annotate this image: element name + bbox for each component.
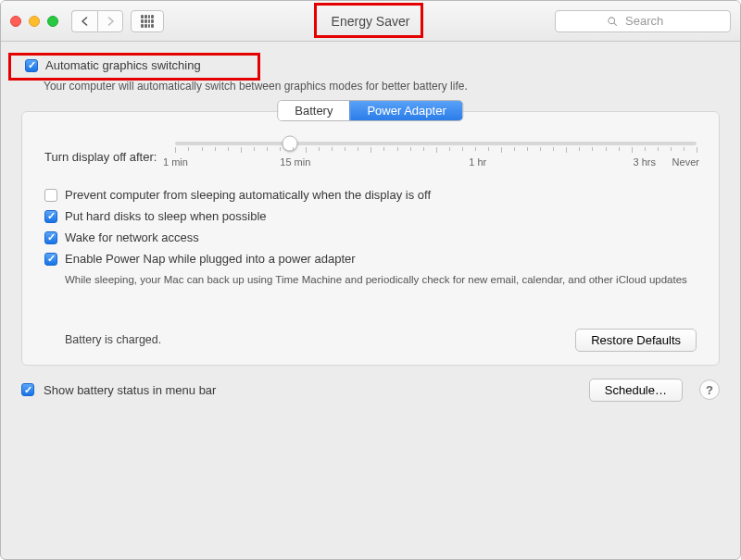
svg-line-1 (614, 22, 617, 25)
slider-tick-label: 1 hr (469, 156, 486, 168)
forward-button[interactable] (97, 10, 123, 32)
schedule-button[interactable]: Schedule… (589, 379, 683, 402)
bottom-row: Show battery status in menu bar Schedule… (21, 379, 720, 402)
display-off-slider[interactable]: 1 min15 min1 hr3 hrsNever (175, 142, 697, 171)
show-battery-menubar-checkbox[interactable] (21, 383, 34, 396)
automatic-graphics-note: Your computer will automatically switch … (44, 80, 720, 93)
option-row: Prevent computer from sleeping automatic… (44, 188, 697, 202)
slider-tick-label: 15 min (280, 156, 310, 168)
option-row: Enable Power Nap while plugged into a po… (44, 252, 697, 266)
chevron-left-icon (81, 17, 89, 26)
search-field[interactable] (555, 10, 731, 32)
option-label: Prevent computer from sleeping automatic… (65, 188, 431, 202)
tab-battery[interactable]: Battery (278, 101, 349, 120)
display-off-label: Turn display off after: (44, 150, 157, 164)
option-row: Wake for network access (44, 230, 697, 244)
window: Energy Saver Automatic graphics switchin… (0, 0, 741, 560)
slider-tick-label: 1 min (163, 156, 188, 168)
automatic-graphics-row: Automatic graphics switching (21, 55, 720, 76)
show-all-button[interactable] (131, 10, 164, 32)
tab-switcher: Battery Power Adapter (277, 100, 463, 121)
chevron-right-icon (107, 17, 115, 26)
battery-status: Battery is charged. (65, 333, 161, 346)
back-button[interactable] (71, 10, 97, 32)
restore-defaults-button[interactable]: Restore Defaults (575, 329, 697, 352)
option-label: Put hard disks to sleep when possible (65, 209, 267, 223)
zoom-window-button[interactable] (47, 16, 58, 27)
search-icon (607, 16, 618, 27)
options-list: Prevent computer from sleeping automatic… (44, 188, 697, 288)
slider-ticks (175, 147, 697, 153)
nav-buttons (71, 10, 123, 32)
grid-icon (141, 15, 154, 28)
traffic-lights (10, 16, 58, 27)
search-input[interactable] (623, 13, 679, 29)
toolbar: Energy Saver (1, 1, 740, 42)
show-battery-menubar-label: Show battery status in menu bar (44, 383, 216, 397)
help-button[interactable]: ? (699, 380, 720, 400)
option-subtext: While sleeping, your Mac can back up usi… (65, 273, 697, 288)
panel-footer: Battery is charged. Restore Defaults (44, 329, 697, 352)
option-label: Wake for network access (65, 230, 199, 244)
content: Automatic graphics switching Your comput… (1, 42, 740, 559)
option-checkbox[interactable] (44, 231, 57, 244)
option-checkbox[interactable] (44, 189, 57, 202)
slider-tick-labels: 1 min15 min1 hr3 hrsNever (175, 156, 697, 171)
close-window-button[interactable] (10, 16, 21, 27)
option-row: Put hard disks to sleep when possible (44, 209, 697, 223)
window-title: Energy Saver (319, 10, 423, 32)
slider-tick-label: Never (672, 156, 699, 168)
automatic-graphics-checkbox[interactable] (25, 59, 38, 72)
tab-power-adapter[interactable]: Power Adapter (349, 101, 462, 120)
energy-panel: Battery Power Adapter Turn display off a… (21, 111, 720, 366)
slider-tick-label: 3 hrs (634, 156, 656, 168)
display-off-row: Turn display off after: 1 min15 min1 hr3… (44, 142, 697, 171)
option-label: Enable Power Nap while plugged into a po… (65, 252, 356, 266)
option-checkbox[interactable] (44, 210, 57, 223)
minimize-window-button[interactable] (29, 16, 40, 27)
automatic-graphics-label: Automatic graphics switching (45, 58, 201, 72)
option-checkbox[interactable] (44, 253, 57, 266)
